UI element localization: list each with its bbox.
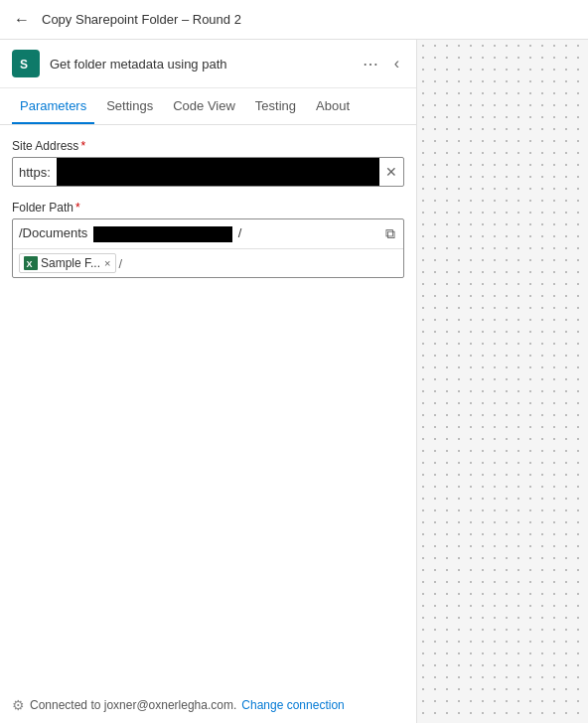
- folder-path-field-group: Folder Path * /Documents / ⧉: [12, 201, 404, 278]
- folder-tag-excel-icon: X: [24, 256, 38, 270]
- svg-text:X: X: [27, 259, 33, 269]
- action-header-actions: ⋯ ‹: [358, 53, 404, 75]
- change-connection-link[interactable]: Change connection: [241, 698, 344, 712]
- folder-path-container: /Documents / ⧉ X: [12, 218, 404, 278]
- folder-path-required: *: [75, 201, 80, 215]
- folder-path-label: Folder Path *: [12, 201, 404, 215]
- folder-tag: X Sample F... ×: [19, 253, 116, 273]
- folder-path-copy-button[interactable]: ⧉: [383, 225, 397, 242]
- site-address-redacted: [57, 158, 379, 186]
- tab-testing[interactable]: Testing: [247, 88, 304, 124]
- connected-row: ⚙ Connected to joxner@oxnerlegha.com. Ch…: [0, 687, 416, 723]
- connection-icon: ⚙: [12, 697, 25, 713]
- svg-text:S: S: [20, 58, 28, 72]
- site-address-field-group: Site Address * https: ✕: [12, 139, 404, 187]
- left-panel: S Get folder metadata using path ⋯ ‹ Par…: [0, 40, 417, 723]
- folder-path-row1[interactable]: /Documents / ⧉: [13, 219, 403, 249]
- tab-about[interactable]: About: [308, 88, 358, 124]
- folder-path-prefix: /Documents /: [19, 225, 383, 242]
- top-bar-title: Copy Sharepoint Folder – Round 2: [42, 12, 241, 27]
- folder-path-redacted: [93, 226, 232, 242]
- folder-tag-name: Sample F...: [41, 256, 100, 270]
- collapse-button[interactable]: ‹: [389, 53, 404, 74]
- connected-text: Connected to joxner@oxnerlegha.com.: [30, 698, 236, 712]
- folder-tag-close-button[interactable]: ×: [103, 257, 111, 269]
- site-address-label: Site Address *: [12, 139, 404, 153]
- tab-settings[interactable]: Settings: [98, 88, 161, 124]
- site-address-clear-button[interactable]: ✕: [379, 164, 403, 180]
- back-button[interactable]: ←: [10, 9, 34, 31]
- tab-code-view[interactable]: Code View: [165, 88, 243, 124]
- form-area: Site Address * https: ✕ Folder Path *: [0, 125, 416, 687]
- action-title: Get folder metadata using path: [50, 57, 358, 72]
- folder-tag-row: X Sample F... × /: [13, 249, 403, 277]
- right-panel-dotted: [417, 40, 588, 723]
- folder-tag-slash: /: [118, 256, 122, 271]
- site-address-required: *: [80, 139, 85, 153]
- main-area: S Get folder metadata using path ⋯ ‹ Par…: [0, 40, 588, 723]
- more-options-button[interactable]: ⋯: [358, 53, 383, 75]
- action-icon: S: [12, 50, 40, 77]
- tab-parameters[interactable]: Parameters: [12, 88, 94, 124]
- action-header: S Get folder metadata using path ⋯ ‹: [0, 40, 416, 88]
- tabs: Parameters Settings Code View Testing Ab…: [0, 88, 416, 125]
- sharepoint-icon: S: [17, 55, 35, 72]
- site-address-input-wrapper[interactable]: https: ✕: [12, 157, 404, 187]
- site-address-prefix: https:: [13, 165, 57, 180]
- more-dots-icon: ⋯: [363, 55, 378, 73]
- top-bar: ← Copy Sharepoint Folder – Round 2: [0, 0, 588, 40]
- chevron-left-icon: ‹: [394, 55, 399, 72]
